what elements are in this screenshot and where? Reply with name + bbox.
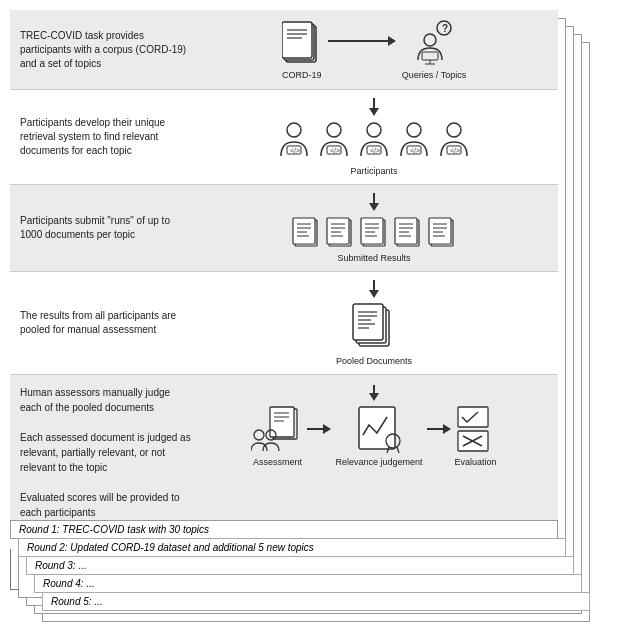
- svg-rect-2: [282, 22, 312, 58]
- submitted-results-label: Submitted Results: [337, 253, 410, 263]
- assessment-label: Assessment: [253, 457, 302, 467]
- cord19-icon: [282, 20, 322, 68]
- main-content: TREC-COVID task provides participants wi…: [10, 10, 558, 549]
- section-4: The results from all participants are po…: [10, 272, 558, 375]
- svg-text:</>: </>: [410, 147, 420, 154]
- svg-rect-28: [293, 218, 315, 244]
- participant-icon-2: </>: [317, 120, 351, 164]
- section-5-icons: Assessment: [200, 385, 548, 467]
- pooled-docs-icon: [349, 302, 399, 354]
- section-1-text: TREC-COVID task provides participants wi…: [20, 29, 200, 71]
- round-1-label: Round 1: TREC-COVID task with 30 topics: [19, 524, 209, 535]
- result-doc-2: [326, 215, 354, 251]
- assessment-icon: [251, 405, 303, 455]
- participant-icon-5: </>: [437, 120, 471, 164]
- queries-icon: ?: [414, 20, 454, 68]
- evaluation-group: Evaluation: [455, 405, 497, 467]
- section-5: Human assessors manually judge each of t…: [10, 375, 558, 529]
- section-4-icons: Pooled Documents: [200, 280, 548, 366]
- section5-content: Assessment: [251, 385, 496, 467]
- participant-icon-4: </>: [397, 120, 431, 164]
- assessment-flow: Assessment: [251, 405, 496, 467]
- arrow-right-1: [307, 424, 331, 434]
- svg-point-18: [367, 123, 381, 137]
- arrow-down-4: [369, 280, 379, 298]
- section-3: Participants submit "runs" of up to 1000…: [10, 185, 558, 272]
- participant-icon-3: </>: [357, 120, 391, 164]
- arrow-right-2: [427, 424, 451, 434]
- svg-line-75: [397, 447, 399, 453]
- pooled-docs-group: Pooled Documents: [336, 302, 412, 366]
- result-doc-1: [292, 215, 320, 251]
- participants-row: </> </> </>: [277, 120, 471, 164]
- svg-point-70: [254, 430, 264, 440]
- svg-rect-52: [429, 218, 451, 244]
- svg-text:?: ?: [442, 23, 448, 34]
- svg-rect-66: [270, 407, 294, 437]
- svg-text:</>: </>: [370, 147, 380, 154]
- relevance-label: Relevance judgement: [335, 457, 422, 467]
- section-3-text: Participants submit "runs" of up to 1000…: [20, 214, 200, 242]
- cord19-group: CORD-19: [282, 20, 322, 80]
- svg-text:</>: </>: [290, 147, 300, 154]
- result-doc-3: [360, 215, 388, 251]
- participant-icon-1: </>: [277, 120, 311, 164]
- assessment-group: Assessment: [251, 405, 303, 467]
- section-1: TREC-COVID task provides participants wi…: [10, 10, 558, 90]
- svg-rect-9: [422, 52, 438, 60]
- section-3-icons: Submitted Results: [200, 193, 548, 263]
- svg-point-8: [424, 34, 436, 46]
- svg-point-24: [447, 123, 461, 137]
- section-2: Participants develop their unique retrie…: [10, 90, 558, 185]
- arrow-down-5: [369, 385, 379, 401]
- svg-text:</>: </>: [330, 147, 340, 154]
- arrow-to-queries: [328, 36, 396, 46]
- result-doc-5: [428, 215, 456, 251]
- page-wrapper: Round 1: TREC-COVID task with 30 topics …: [10, 10, 630, 641]
- svg-point-12: [287, 123, 301, 137]
- participants-label: Participants: [350, 166, 397, 176]
- main-card: TREC-COVID task provides participants wi…: [10, 10, 558, 590]
- relevance-group: Relevance judgement: [335, 405, 422, 467]
- svg-rect-46: [395, 218, 417, 244]
- round-5-label: Round 5: ...: [51, 596, 103, 607]
- section-2-text: Participants develop their unique retrie…: [20, 116, 200, 158]
- relevance-icon: [357, 405, 401, 455]
- section-5-text: Human assessors manually judge each of t…: [20, 385, 200, 520]
- section-1-icons: CORD-19 ?: [200, 20, 548, 80]
- svg-rect-72: [359, 407, 395, 449]
- result-doc-4: [394, 215, 422, 251]
- svg-rect-59: [353, 304, 383, 340]
- round-4-label: Round 4: ...: [43, 578, 95, 589]
- cord19-label: CORD-19: [282, 70, 322, 80]
- svg-point-15: [327, 123, 341, 137]
- results-row: [292, 215, 456, 251]
- svg-point-21: [407, 123, 421, 137]
- svg-rect-40: [361, 218, 383, 244]
- section-2-icons: </> </> </>: [200, 98, 548, 176]
- queries-group: ? Queries / Topics: [402, 20, 466, 80]
- evaluation-icon: [456, 405, 496, 455]
- round-2-label: Round 2: Updated CORD-19 dataset and add…: [27, 542, 314, 553]
- svg-text:</>: </>: [450, 147, 460, 154]
- evaluation-label: Evaluation: [455, 457, 497, 467]
- pooled-docs-label: Pooled Documents: [336, 356, 412, 366]
- round-3-label: Round 3: ...: [35, 560, 87, 571]
- arrow-down-2: [369, 98, 379, 116]
- queries-label: Queries / Topics: [402, 70, 466, 80]
- section-4-text: The results from all participants are po…: [20, 309, 200, 337]
- svg-rect-34: [327, 218, 349, 244]
- arrow-down-3: [369, 193, 379, 211]
